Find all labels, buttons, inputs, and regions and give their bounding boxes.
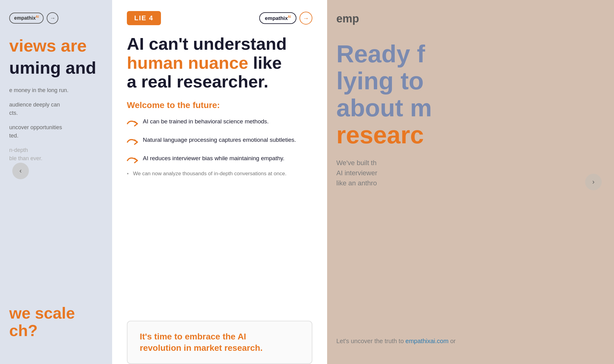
- heading-line3: a real researcher.: [127, 72, 268, 91]
- left-panel: empathixAI → views are uming and e money…: [0, 0, 112, 364]
- heading-like: like: [253, 53, 282, 72]
- right-body-3: like an anthro: [336, 179, 377, 187]
- right-bottom-text: Let's uncover the truth to empathixai.co…: [336, 336, 605, 346]
- left-prev-icon: ‹: [19, 167, 22, 175]
- left-heading-dark: uming and: [9, 58, 103, 77]
- right-heading-2: lying to: [336, 67, 424, 95]
- lie-badge: LIE 4: [127, 11, 161, 25]
- left-logo-arrow[interactable]: →: [47, 12, 58, 24]
- left-logo-pill[interactable]: empathixAI: [9, 13, 44, 23]
- bullet-arrow-2-icon: [127, 137, 138, 148]
- left-logo-bar: empathixAI →: [9, 12, 103, 24]
- right-heading: Ready f lying to about m researc: [336, 41, 605, 149]
- left-prev-button[interactable]: ‹: [12, 163, 29, 179]
- right-bottom-link[interactable]: empathixai.com: [405, 338, 448, 344]
- left-bottom-section: we scale ch?: [9, 304, 103, 339]
- right-next-button[interactable]: ›: [585, 174, 602, 190]
- heading-line1: AI can't understand: [127, 34, 287, 53]
- bullet-text-2: Natural language processing captures emo…: [143, 136, 296, 144]
- right-heading-orange: researc: [336, 121, 424, 149]
- bullet-text-1: AI can be trained in behavioral science …: [143, 118, 269, 126]
- left-body-4: n-depth ble than ever.: [9, 146, 103, 163]
- bullet-list: AI can be trained in behavioral science …: [127, 118, 312, 166]
- sub-bullet: We can now analyze thousands of in-depth…: [127, 170, 312, 178]
- left-body-2: audience deeply can cts.: [9, 101, 103, 117]
- cta-box: It's time to embrace the AI revolution i…: [127, 321, 312, 364]
- bullet-text-3: AI reduces interviewer bias while mainta…: [143, 154, 284, 163]
- right-next-icon: ›: [592, 178, 594, 186]
- cta-text-1: It's time to embrace the AI: [140, 332, 246, 341]
- cta-text-2: revolution in market research.: [140, 343, 263, 353]
- right-heading-3: about m: [336, 94, 432, 122]
- center-logo-sup: AI: [288, 15, 291, 18]
- center-logo-pill[interactable]: empathixAI: [259, 12, 296, 24]
- center-panel: LIE 4 empathixAI → AI can't understand h…: [112, 0, 327, 364]
- main-heading: AI can't understand human nuance like a …: [127, 34, 312, 91]
- section-subtitle: Welcome to the future:: [127, 100, 312, 110]
- right-body-text: We've built th AI interviewer like an an…: [336, 158, 605, 188]
- right-bottom-text-1: Let's uncover the truth to: [336, 338, 404, 344]
- right-bottom-text-2: or: [450, 338, 456, 344]
- left-heading-orange: views are: [9, 36, 103, 55]
- center-top-bar: LIE 4 empathixAI →: [127, 11, 312, 25]
- center-logo-bar: empathixAI →: [259, 12, 312, 25]
- center-logo-arrow[interactable]: →: [299, 12, 312, 25]
- bullet-arrow-3-icon: [127, 155, 138, 166]
- left-logo-text: empathix: [14, 16, 36, 21]
- right-panel: emp Ready f lying to about m researc We'…: [327, 0, 614, 364]
- bullet-item-3: AI reduces interviewer bias while mainta…: [127, 154, 312, 166]
- left-logo-sup: AI: [36, 15, 39, 18]
- bullet-item-1: AI can be trained in behavioral science …: [127, 118, 312, 129]
- left-body-1: e money in the long run.: [9, 86, 103, 95]
- heading-orange: human nuance: [127, 53, 248, 72]
- right-heading-1: Ready f: [336, 40, 425, 68]
- right-logo-partial: emp: [336, 12, 605, 25]
- right-body-2: AI interviewer: [336, 169, 377, 177]
- center-logo-text: empathix: [265, 15, 288, 21]
- cta-text: It's time to embrace the AI revolution i…: [140, 331, 299, 354]
- left-body-3: uncover opportunities ted.: [9, 123, 103, 140]
- left-bottom-orange: we scale ch?: [9, 304, 103, 339]
- bullet-arrow-1-icon: [127, 118, 138, 129]
- bullet-item-2: Natural language processing captures emo…: [127, 136, 312, 148]
- right-body-1: We've built th: [336, 159, 377, 167]
